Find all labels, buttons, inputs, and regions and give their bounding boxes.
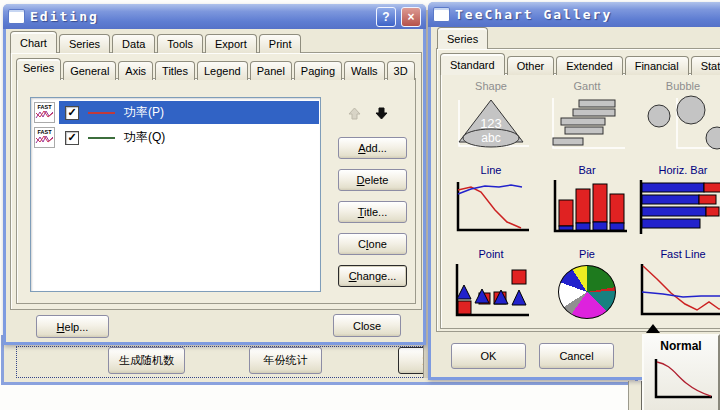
svg-text:FAST: FAST — [37, 129, 52, 135]
ok-button[interactable]: OK — [451, 343, 526, 369]
flyout-pointer-icon — [646, 324, 660, 333]
gallery-item-point[interactable]: Point — [443, 246, 539, 330]
series-row-main[interactable]: ✓ 功率(P) — [59, 101, 319, 124]
check-icon: ✓ — [67, 132, 76, 143]
normal-preview-label: Normal — [644, 339, 718, 353]
editing-dialog: Editing ? × Chart Series Data Tools Expo… — [3, 4, 426, 345]
tab-print[interactable]: Print — [259, 34, 302, 53]
normal-curve-icon — [648, 355, 714, 405]
series-listbox[interactable]: FAST ✓ 功率(P) FAST — [30, 97, 321, 292]
point-chart-icon — [449, 262, 533, 322]
line-chart-icon — [449, 178, 533, 238]
series-row-p[interactable]: FAST ✓ 功率(P) — [32, 100, 319, 125]
series-label: 功率(Q) — [124, 129, 165, 146]
window-edge-fragment — [628, 381, 643, 410]
series-row-main[interactable]: ✓ 功率(Q) — [59, 126, 319, 149]
subtab-general[interactable]: General — [63, 61, 116, 80]
bubble-chart-icon — [641, 94, 720, 154]
subtab-titles[interactable]: Titles — [155, 61, 195, 80]
screen: 生成随机数 年份统计 退 Editing ? × Chart Series Da… — [0, 0, 720, 410]
gallery-titlebar[interactable]: TeeChart Gallery — [428, 2, 720, 27]
year-stats-button[interactable]: 年份统计 — [249, 347, 322, 374]
normal-preview-panel[interactable]: Normal — [642, 334, 720, 410]
editing-sub-tabs: Series General Axis Titles Legend Panel … — [16, 58, 417, 80]
subtab-series[interactable]: Series — [16, 58, 61, 80]
close-titlebar-button[interactable]: × — [401, 7, 421, 27]
subtab-legend[interactable]: Legend — [197, 61, 248, 80]
window-icon — [433, 7, 450, 22]
subtab-axis[interactable]: Axis — [118, 61, 153, 80]
subtab-extended[interactable]: Extended — [556, 56, 622, 75]
close-icon: × — [407, 11, 414, 23]
gallery-item-bar[interactable]: Bar — [539, 162, 635, 246]
tab-chart[interactable]: Chart — [10, 31, 57, 53]
editing-title: Editing — [30, 9, 99, 24]
editing-main-tabs: Chart Series Data Tools Export Print — [10, 31, 303, 53]
check-icon: ✓ — [67, 107, 76, 118]
subtab-other[interactable]: Other — [507, 56, 555, 75]
cancel-button[interactable]: Cancel — [539, 343, 614, 369]
gallery-sub-tabs: Standard Other Extended Financial Stats — [440, 53, 720, 75]
gallery-item-gantt[interactable]: Gantt — [539, 78, 635, 162]
fast-line-series-icon: FAST — [34, 102, 55, 123]
clone-button[interactable]: Clone — [338, 233, 407, 255]
shape-chart-icon: 123 abc — [449, 94, 533, 154]
window-icon — [8, 9, 25, 24]
tab-series-gallery[interactable]: Series — [437, 27, 488, 49]
svg-text:abc: abc — [481, 131, 500, 145]
close-button[interactable]: Close — [333, 314, 401, 337]
tab-data[interactable]: Data — [112, 34, 155, 53]
delete-button[interactable]: Delete — [338, 169, 407, 191]
editing-titlebar[interactable]: Editing ? × — [3, 4, 426, 29]
gallery-main-tabs: Series — [437, 27, 490, 49]
gallery-item-shape[interactable]: Shape 123 abc — [443, 78, 539, 162]
gallery-dialog: TeeChart Gallery Series Standard Other E… — [428, 2, 720, 380]
gallery-item-fast-line[interactable]: Fast Line — [635, 246, 720, 330]
subtab-standard[interactable]: Standard — [440, 53, 505, 75]
tab-export[interactable]: Export — [205, 34, 257, 53]
generate-random-button[interactable]: 生成随机数 — [108, 347, 185, 374]
svg-text:FAST: FAST — [37, 104, 52, 110]
subtab-paging[interactable]: Paging — [294, 61, 342, 80]
gallery-item-line[interactable]: Line — [443, 162, 539, 246]
fast-line-chart-icon — [635, 262, 720, 322]
subtab-walls[interactable]: Walls — [344, 61, 384, 80]
tab-series[interactable]: Series — [59, 34, 110, 53]
title-button[interactable]: Title... — [338, 201, 407, 223]
question-icon: ? — [382, 11, 389, 23]
svg-text:123: 123 — [480, 116, 502, 131]
series-checkbox[interactable]: ✓ — [65, 131, 79, 145]
up-arrow-icon — [347, 106, 362, 121]
horiz-bar-chart-icon — [635, 178, 720, 238]
series-checkbox[interactable]: ✓ — [65, 106, 79, 120]
subtab-stats[interactable]: Stats — [691, 56, 720, 75]
move-up-button[interactable] — [346, 105, 362, 121]
move-down-button[interactable] — [373, 105, 389, 121]
fast-line-series-icon: FAST — [34, 127, 55, 148]
tab-tools[interactable]: Tools — [157, 34, 203, 53]
gallery-grid: Shape 123 abc Gantt — [443, 78, 720, 330]
gallery-item-bubble[interactable]: Bubble — [635, 78, 720, 162]
pie-chart-icon — [558, 265, 616, 319]
gallery-item-pie[interactable]: Pie — [539, 246, 635, 330]
gantt-chart-icon — [545, 94, 629, 154]
gallery-item-horiz-bar[interactable]: Horiz. Bar — [635, 162, 720, 246]
bar-chart-icon — [545, 178, 629, 238]
subtab-financial[interactable]: Financial — [625, 56, 689, 75]
change-button[interactable]: Change... — [338, 265, 407, 287]
series-line-swatch — [88, 112, 115, 114]
add-button[interactable]: Add... — [338, 137, 407, 159]
subtab-panel[interactable]: Panel — [250, 61, 292, 80]
gallery-title: TeeChart Gallery — [455, 7, 612, 22]
series-label: 功率(P) — [124, 104, 164, 121]
down-arrow-icon — [374, 106, 389, 121]
help-titlebar-button[interactable]: ? — [376, 7, 396, 27]
series-row-q[interactable]: FAST ✓ 功率(Q) — [32, 125, 319, 150]
help-button[interactable]: Help... — [36, 315, 109, 338]
series-line-swatch — [88, 137, 115, 139]
subtab-3d[interactable]: 3D — [387, 61, 415, 80]
